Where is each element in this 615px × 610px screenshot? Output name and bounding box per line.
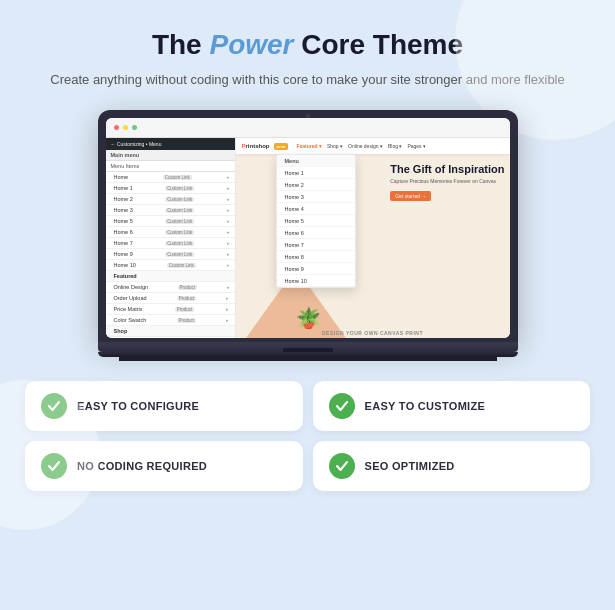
dropdown-item: Home 5 [277,215,355,227]
list-item[interactable]: Home 3 Custom Link ▸ [106,205,235,216]
browser-close-dot [114,125,119,130]
dropdown-item: Home 2 [277,179,355,191]
list-item: Featured [106,271,235,282]
list-item[interactable]: Order Upload Product ▸ [106,293,235,304]
feature-box-seo: SEO OPTIMIZED [313,441,591,491]
list-item[interactable]: Home 7 Custom Link ▸ [106,238,235,249]
browser-bar [106,118,510,138]
features-grid: EASY TO CONFIGURE EASY TO CUSTOMIZE NO C… [0,371,615,506]
list-item[interactable]: Home 2 Custom Link ▸ [106,194,235,205]
sidebar-section-title: Main menu [106,150,235,161]
screen-body: ← Customizing • Menu Main menu Menu Item… [106,138,510,338]
plant-icon: 🪴 [296,306,321,330]
check-icon-configure [41,393,67,419]
site-bottom-cta: DESIGN YOUR OWN CANVAS PRINT [236,330,510,336]
site-nav: Printshop print Featured ▾ Shop ▾ Online… [236,138,510,154]
dropdown-header: Menu [277,155,355,167]
site-logo: Printshop [242,143,270,149]
feature-box-customize: EASY TO CUSTOMIZE [313,381,591,431]
site-nav-links: Featured ▾ Shop ▾ Online design ▾ Blog ▾… [296,143,426,149]
feature-box-configure: EASY TO CONFIGURE [25,381,303,431]
laptop-showcase: ← Customizing • Menu Main menu Menu Item… [0,105,615,371]
header-section: The Power Core Theme Create anything wit… [0,0,615,105]
title-italic: Power [209,29,293,60]
dropdown-item: Home 6 [277,227,355,239]
nav-dropdown: Menu Home 1 Home 2 Home 3 Home 4 Home 5 … [276,154,356,288]
feature-box-no-coding: NO CODING REQUIRED [25,441,303,491]
nav-badge: print [274,143,289,150]
check-icon-no-coding [41,453,67,479]
hero-title: The Gift of Inspiration [390,163,504,176]
check-icon-seo [329,453,355,479]
browser-maximize-dot [132,125,137,130]
dropdown-item: Home 9 [277,263,355,275]
list-item[interactable]: Home 10 Custom Link ▸ [106,260,235,271]
sidebar-top-label: ← Customizing • Menu [111,141,162,147]
feature-label-seo: SEO OPTIMIZED [365,460,455,472]
hero-subtitle: Capture Precious Memories Forever on Can… [390,178,504,184]
menu-items-title: Menu Items [106,161,235,172]
check-icon-customize [329,393,355,419]
list-item[interactable]: Home 9 Custom Link ▸ [106,249,235,260]
laptop-base [98,342,518,352]
list-item[interactable]: Price Matrix Product ▸ [106,304,235,315]
sidebar-top-bar: ← Customizing • Menu [106,138,235,150]
dropdown-item: Home 4 [277,203,355,215]
laptop-notch [283,348,333,352]
feature-label-configure: EASY TO CONFIGURE [77,400,199,412]
list-item[interactable]: Home Custom Link ▸ [106,172,235,183]
list-item[interactable]: Color Swatch Product ▸ [106,315,235,326]
list-item[interactable]: Home 5 Custom Link ▸ [106,216,235,227]
hero-cta-button[interactable]: Get started → [390,191,431,201]
laptop: ← Customizing • Menu Main menu Menu Item… [98,110,518,361]
site-preview: Printshop print Featured ▾ Shop ▾ Online… [236,138,510,338]
dropdown-item: Home 1 [277,167,355,179]
wp-customizer-sidebar: ← Customizing • Menu Main menu Menu Item… [106,138,236,338]
browser-minimize-dot [123,125,128,130]
subtitle: Create anything without coding with this… [40,70,575,90]
hero-content: The Gift of Inspiration Capture Precious… [390,163,504,202]
laptop-foot [98,357,518,361]
list-item[interactable]: Home 6 Custom Link ▸ [106,227,235,238]
dropdown-item: Home 8 [277,251,355,263]
laptop-screen-inner: ← Customizing • Menu Main menu Menu Item… [106,118,510,338]
page-title: The Power Core Theme [40,28,575,62]
laptop-screen-outer: ← Customizing • Menu Main menu Menu Item… [98,110,518,342]
feature-label-no-coding: NO CODING REQUIRED [77,460,207,472]
sidebar-menu-list: Home Custom Link ▸ Home 1 Custom Link ▸ … [106,172,235,337]
dropdown-item: Home 10 [277,275,355,287]
feature-label-customize: EASY TO CUSTOMIZE [365,400,486,412]
dropdown-item: Home 3 [277,191,355,203]
list-item: Shop [106,326,235,337]
list-item[interactable]: Online Design Product ▸ [106,282,235,293]
list-item[interactable]: Home 1 Custom Link ▸ [106,183,235,194]
dropdown-item: Home 7 [277,239,355,251]
